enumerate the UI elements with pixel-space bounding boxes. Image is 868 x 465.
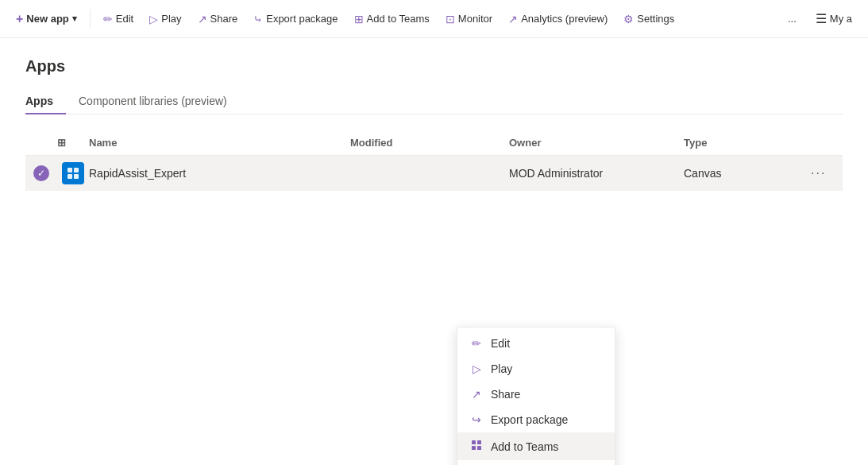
menu-play-label: Play — [491, 362, 512, 375]
play-label: Play — [161, 13, 181, 25]
settings-icon: ⚙ — [623, 13, 634, 25]
row-check: ✓ — [25, 165, 57, 181]
row-app-icon — [57, 162, 89, 184]
header-owner: Owner — [509, 137, 684, 149]
menu-export-label: Export package — [491, 413, 568, 426]
tab-component-libraries[interactable]: Component libraries (preview) — [79, 88, 240, 114]
edit-icon: ✏ — [103, 13, 113, 25]
settings-label: Settings — [637, 13, 674, 25]
monitor-label: Monitor — [458, 13, 492, 25]
svg-rect-0 — [68, 168, 72, 172]
svg-rect-7 — [477, 446, 481, 450]
table-header: ⊞ Name Modified Owner Type — [25, 130, 843, 156]
edit-menu-icon: ✏ — [470, 337, 483, 350]
more-icon: ... — [788, 13, 797, 25]
apps-table: ⊞ Name Modified Owner Type ✓ — [25, 130, 843, 191]
menu-edit-label: Edit — [491, 337, 510, 350]
hamburger-icon: ☰ — [816, 11, 827, 26]
new-app-label: New app — [26, 13, 68, 25]
export-menu-icon: ↪ — [470, 413, 483, 426]
my-account-button[interactable]: ☰ My a — [809, 6, 858, 31]
svg-rect-5 — [477, 440, 481, 444]
row-more[interactable]: ··· — [811, 166, 843, 180]
menu-add-teams-label: Add to Teams — [491, 440, 558, 453]
app-name[interactable]: RapidAssist_Expert — [89, 167, 350, 180]
toolbar-separator — [90, 10, 91, 29]
header-name: Name — [89, 137, 350, 149]
table-row: ✓ RapidAssist_Expert MOD Administrator C… — [25, 156, 843, 191]
add-to-teams-button[interactable]: ⊞ Add to Teams — [348, 8, 436, 30]
export-label: Export package — [266, 13, 338, 25]
grid-icon: ⊞ — [57, 137, 66, 149]
edit-label: Edit — [116, 13, 133, 25]
context-menu: ✏ Edit ▷ Play ↗ Share ↪ Export package — [457, 327, 615, 465]
tab-apps[interactable]: Apps — [25, 88, 66, 114]
svg-rect-2 — [68, 174, 72, 179]
play-menu-icon: ▷ — [470, 362, 483, 375]
app-icon — [62, 162, 84, 184]
plus-icon: + — [16, 12, 23, 26]
monitor-button[interactable]: ⊡ Monitor — [439, 8, 499, 30]
share-icon: ↗ — [198, 13, 207, 25]
monitor-icon: ⊡ — [446, 13, 455, 25]
add-to-teams-label: Add to Teams — [367, 13, 430, 25]
menu-item-add-teams[interactable]: Add to Teams — [457, 432, 615, 460]
my-account-label: My a — [830, 13, 852, 25]
app-type: Canvas — [684, 167, 811, 180]
play-button[interactable]: ▷ Play — [143, 8, 187, 30]
analytics-label: Analytics (preview) — [521, 13, 608, 25]
share-label: Share — [210, 13, 238, 25]
menu-item-play[interactable]: ▷ Play — [457, 356, 615, 382]
play-icon: ▷ — [149, 13, 158, 25]
header-icon-col: ⊞ — [57, 137, 89, 149]
tabs-bar: Apps Component libraries (preview) — [25, 88, 843, 114]
header-type: Type — [684, 137, 811, 149]
menu-item-edit[interactable]: ✏ Edit — [457, 331, 615, 356]
edit-button[interactable]: ✏ Edit — [97, 8, 140, 30]
export-package-button[interactable]: ⤷ Export package — [247, 8, 344, 30]
share-button[interactable]: ↗ Share — [191, 8, 245, 30]
row-more-icon[interactable]: ··· — [811, 166, 826, 180]
svg-rect-6 — [472, 446, 476, 450]
header-modified: Modified — [350, 137, 509, 149]
svg-rect-1 — [74, 168, 79, 172]
svg-rect-3 — [74, 174, 79, 179]
menu-item-export[interactable]: ↪ Export package — [457, 407, 615, 432]
svg-rect-4 — [472, 440, 476, 444]
chevron-down-icon: ▾ — [72, 14, 77, 24]
app-owner: MOD Administrator — [509, 167, 684, 180]
menu-share-label: Share — [491, 388, 520, 401]
share-menu-icon: ↗ — [470, 388, 483, 401]
selected-check-icon: ✓ — [33, 165, 49, 181]
settings-button[interactable]: ⚙ Settings — [617, 8, 681, 30]
main-content: Apps Apps Component libraries (preview) … — [0, 38, 868, 210]
analytics-button[interactable]: ↗ Analytics (preview) — [502, 8, 614, 30]
export-icon: ⤷ — [253, 13, 263, 25]
page-title: Apps — [25, 57, 843, 76]
new-app-button[interactable]: + New app ▾ — [10, 7, 83, 31]
teams-icon: ⊞ — [354, 13, 364, 25]
menu-item-monitor[interactable]: Monitor — [457, 460, 615, 465]
menu-item-share[interactable]: ↗ Share — [457, 382, 615, 407]
teams-menu-icon — [470, 439, 483, 454]
analytics-icon: ↗ — [508, 13, 518, 25]
more-button[interactable]: ... — [781, 8, 803, 29]
toolbar: + New app ▾ ✏ Edit ▷ Play ↗ Share ⤷ Expo… — [0, 0, 868, 38]
